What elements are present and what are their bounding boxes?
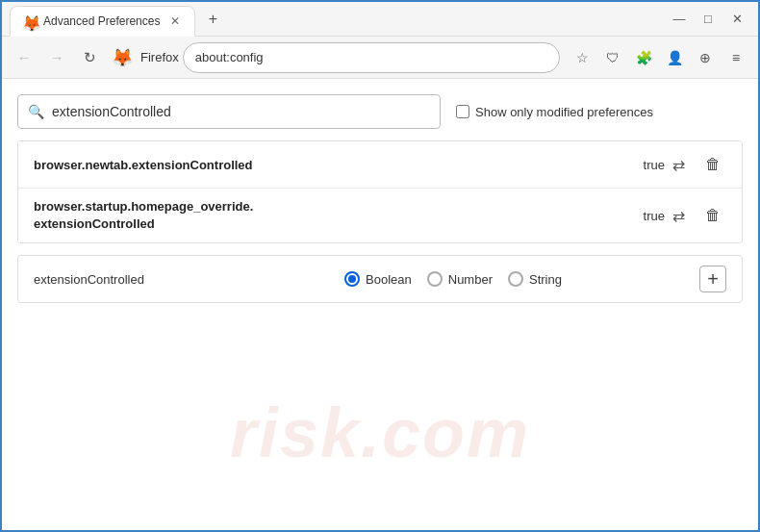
address-bar[interactable]: about:config [183,42,560,73]
shield-button[interactable]: 🛡 [598,43,627,72]
page-content: risk.com 🔍 Show only modified preference… [2,79,758,530]
checkbox-label-text: Show only modified preferences [475,105,653,119]
window-controls: — □ ✕ [666,6,750,33]
extensions-button[interactable]: ⊕ [691,43,720,72]
table-row: browser.startup.homepage_override.extens… [18,189,742,242]
delete-button-2[interactable]: 🗑 [699,202,726,229]
radio-number-circle [427,271,443,287]
type-radio-group: Boolean Number String [207,271,699,287]
results-table: browser.newtab.extensionControlled true … [17,140,743,243]
add-pref-button[interactable]: + [699,266,726,292]
radio-string-circle [508,271,523,287]
radio-number-label: Number [448,272,493,287]
pref-value-2: true [628,209,665,223]
search-box[interactable]: 🔍 [17,94,441,129]
firefox-logo: 🦊 [112,47,133,68]
delete-button-1[interactable]: 🗑 [699,151,726,178]
pref-name-1: browser.newtab.extensionControlled [34,158,628,172]
nav-bar: ← → ↻ 🦊 Firefox about:config ☆ 🛡 🧩 👤 ⊕ ≡ [2,37,758,79]
tab-favicon: 🦊 [22,14,36,28]
pref-name-2: browser.startup.homepage_override.extens… [34,198,628,233]
browser-name: Firefox [140,50,179,64]
search-icon: 🔍 [28,104,44,119]
radio-boolean-circle [344,271,360,287]
bookmark-button[interactable]: ☆ [568,43,596,72]
addon-button[interactable]: 🧩 [629,43,658,72]
profile-button[interactable]: 👤 [660,43,689,72]
row-actions-2: ⇄ 🗑 [665,202,726,229]
radio-string[interactable]: String [508,271,562,287]
title-bar: 🦊 Advanced Preferences ✕ + — □ ✕ [2,2,758,37]
search-row: 🔍 Show only modified preferences [17,94,743,129]
add-new-row: extensionControlled Boolean Number Strin… [17,255,743,303]
new-pref-name: extensionControlled [34,272,207,287]
new-tab-button[interactable]: + [199,6,226,33]
row-actions-1: ⇄ 🗑 [665,151,726,178]
browser-tab[interactable]: 🦊 Advanced Preferences ✕ [10,6,195,37]
radio-boolean[interactable]: Boolean [344,271,412,287]
toggle-button-1[interactable]: ⇄ [665,151,692,178]
pref-value-1: true [628,158,665,172]
maximize-button[interactable]: □ [695,6,722,33]
toggle-button-2[interactable]: ⇄ [665,202,692,229]
address-text: about:config [195,50,264,64]
close-button[interactable]: ✕ [723,6,750,33]
nav-icon-group: ☆ 🛡 🧩 👤 ⊕ ≡ [568,43,750,72]
tab-close-button[interactable]: ✕ [167,13,183,29]
show-modified-checkbox[interactable] [456,105,469,118]
back-button[interactable]: ← [10,43,38,72]
show-modified-checkbox-label[interactable]: Show only modified preferences [456,105,653,119]
watermark: risk.com [230,393,530,472]
minimize-button[interactable]: — [666,6,693,33]
table-row: browser.newtab.extensionControlled true … [18,141,742,189]
menu-button[interactable]: ≡ [722,43,750,72]
radio-number[interactable]: Number [427,271,493,287]
tab-title: Advanced Preferences [43,14,160,28]
radio-boolean-label: Boolean [366,272,412,287]
radio-string-label: String [529,272,562,287]
reload-button[interactable]: ↻ [75,43,104,72]
search-input[interactable] [52,104,430,119]
forward-button[interactable]: → [42,43,71,72]
